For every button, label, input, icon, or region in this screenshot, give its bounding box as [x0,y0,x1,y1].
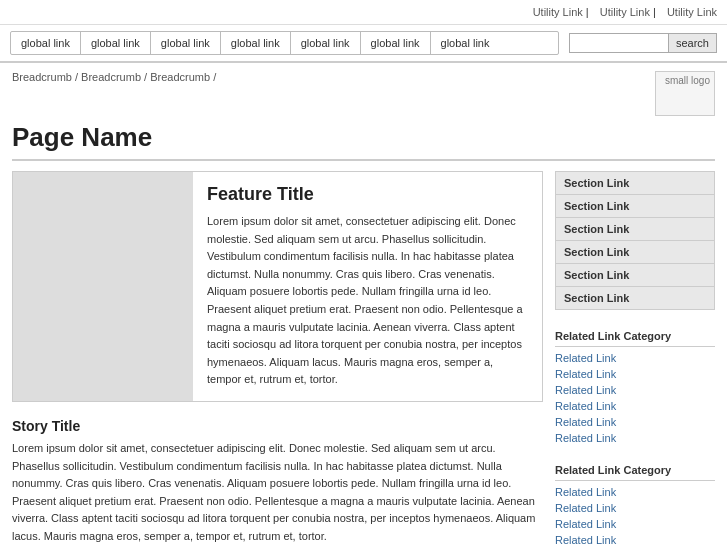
page-header-area: Breadcrumb / Breadcrumb / Breadcrumb / s… [0,63,727,120]
feature-text: Feature Title Lorem ipsum dolor sit amet… [193,172,542,401]
utility-link-2[interactable]: Utility Link [600,6,650,18]
related-group-2: Related Link Category Related Link Relat… [555,458,715,545]
search-button[interactable]: search [669,33,717,53]
utility-bar: Utility Link | Utility Link | Utility Li… [0,0,727,25]
search-input[interactable] [569,33,669,53]
small-logo-label: small logo [665,75,710,86]
related-category-1: Related Link Category [555,324,715,347]
section-link-5[interactable]: Section Link [555,264,715,287]
utility-link-3[interactable]: Utility Link [667,6,717,18]
global-link-5[interactable]: global link [291,32,361,54]
story-title-1: Story Title [12,418,543,434]
utility-link-1[interactable]: Utility Link [533,6,583,18]
related-link-1-6[interactable]: Related Link [555,430,715,446]
related-link-1-4[interactable]: Related Link [555,398,715,414]
feature-image [13,172,193,401]
section-link-2[interactable]: Section Link [555,195,715,218]
global-link-2[interactable]: global link [81,32,151,54]
section-link-4[interactable]: Section Link [555,241,715,264]
related-link-1-5[interactable]: Related Link [555,414,715,430]
section-links: Section Link Section Link Section Link S… [555,171,715,310]
related-link-1-3[interactable]: Related Link [555,382,715,398]
related-link-2-2[interactable]: Related Link [555,500,715,516]
main-layout: Feature Title Lorem ipsum dolor sit amet… [0,171,727,545]
global-link-3[interactable]: global link [151,32,221,54]
related-link-2-3[interactable]: Related Link [555,516,715,532]
story-body-1: Lorem ipsum dolor sit amet, consectetuer… [12,440,543,545]
global-link-7[interactable]: global link [431,32,500,54]
global-nav: global link global link global link glob… [0,25,727,63]
related-link-2-4[interactable]: Related Link [555,532,715,545]
small-logo: small logo [655,71,715,116]
section-link-1[interactable]: Section Link [555,171,715,195]
section-link-3[interactable]: Section Link [555,218,715,241]
related-link-1-1[interactable]: Related Link [555,350,715,366]
search-area: search [569,33,717,53]
feature-box: Feature Title Lorem ipsum dolor sit amet… [12,171,543,402]
related-link-2-1[interactable]: Related Link [555,484,715,500]
section-link-6[interactable]: Section Link [555,287,715,310]
global-link-4[interactable]: global link [221,32,291,54]
breadcrumb: Breadcrumb / Breadcrumb / Breadcrumb / [12,71,216,83]
related-category-2: Related Link Category [555,458,715,481]
global-link-1[interactable]: global link [11,32,81,54]
sidebar: Section Link Section Link Section Link S… [555,171,715,545]
related-link-1-2[interactable]: Related Link [555,366,715,382]
feature-body: Lorem ipsum dolor sit amet, consectetuer… [207,213,528,389]
page-title: Page Name [12,122,715,161]
page-name-row: Page Name [0,120,727,171]
global-nav-links: global link global link global link glob… [10,31,559,55]
related-group-1: Related Link Category Related Link Relat… [555,324,715,446]
content-area: Feature Title Lorem ipsum dolor sit amet… [12,171,543,545]
global-link-6[interactable]: global link [361,32,431,54]
feature-title: Feature Title [207,184,528,205]
